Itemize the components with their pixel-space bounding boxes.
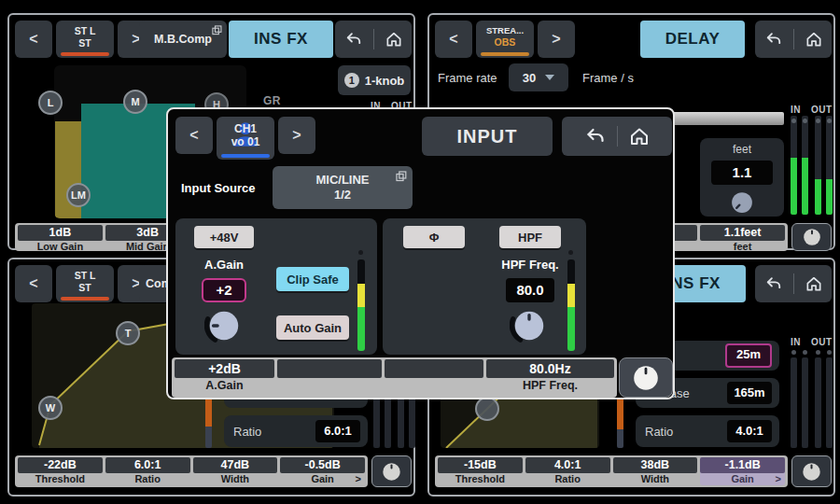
channel-select-button[interactable]: ST L ST	[56, 265, 114, 302]
ratio-row[interactable]: Ratio 6.0:1	[224, 415, 368, 447]
one-knob-label: 1-knob	[365, 74, 405, 88]
band-marker-label: LM	[71, 189, 86, 201]
back-icon[interactable]	[584, 125, 607, 147]
meter-in-l	[791, 116, 797, 215]
footer-knob-button[interactable]	[619, 357, 673, 398]
marker-label: W	[46, 402, 55, 413]
footer-cell[interactable]: 38dBWidth	[613, 457, 698, 485]
footer-cell[interactable]: 80.0HzHPF Freq.	[486, 359, 614, 396]
channel-select-button[interactable]: ST L ST	[56, 21, 114, 58]
phantom-48v-button[interactable]: +48V	[194, 226, 254, 248]
next-channel-button[interactable]: >	[278, 117, 315, 154]
footer-cell[interactable]: 1.1feetfeet	[700, 225, 785, 249]
width-marker[interactable]: W	[38, 396, 63, 420]
ratio-value: 6.0:1	[315, 420, 360, 442]
channel-select-button[interactable]: STREA... OBS	[476, 21, 534, 58]
threshold-marker[interactable]: T	[116, 321, 140, 345]
clip-safe-button[interactable]: Clip Safe	[276, 267, 349, 291]
channel-underline	[61, 52, 109, 56]
nav-group	[562, 117, 672, 156]
prev-channel-button[interactable]: <	[15, 265, 52, 302]
band-marker-m[interactable]: M	[123, 90, 147, 114]
footer-cell[interactable]: 6.0:1Ratio	[105, 457, 190, 485]
footer-value: 80.0Hz	[486, 359, 614, 378]
footer-label: HPF Freq.	[486, 378, 614, 396]
input-source-button[interactable]: MIC/LINE 1/2	[273, 166, 413, 209]
footer-bar: +2dBA.Gain 80.0HzHPF Freq.	[172, 357, 617, 398]
channel-sub: OBS	[495, 36, 516, 48]
hpf-label: HPF	[518, 231, 542, 245]
prev-channel-button[interactable]: <	[435, 21, 472, 58]
next-channel-button[interactable]: >	[538, 21, 575, 58]
band-marker-label: M	[131, 96, 139, 107]
channel-underline	[61, 297, 109, 301]
again-knob[interactable]	[204, 306, 244, 345]
mixer-screen: < ST L ST > M.B.Comp INS FX L M H LM GR …	[0, 0, 840, 504]
hpf-knob[interactable]	[510, 306, 549, 345]
back-icon[interactable]	[764, 30, 783, 49]
footer-value: 1dB	[18, 225, 103, 241]
back-icon[interactable]	[764, 274, 783, 293]
curve-marker[interactable]	[475, 397, 499, 421]
footer-knob-button[interactable]	[791, 455, 832, 487]
channel-underline	[481, 52, 529, 56]
footer-cell-gain-selected[interactable]: -1.1dBGain>	[700, 457, 785, 485]
prev-arrow-icon: <	[189, 127, 198, 144]
back-icon[interactable]	[344, 30, 363, 49]
frame-rate-dropdown[interactable]: 30	[509, 63, 568, 91]
footer-cell[interactable]: -15dBThreshold	[438, 457, 523, 485]
home-icon[interactable]	[805, 274, 823, 293]
delay-value-box: feet 1.1	[700, 138, 784, 217]
meter-in-l	[791, 357, 797, 448]
footer-knob-button[interactable]	[791, 223, 832, 251]
channel-select-button[interactable]: CH1 vo 01	[217, 117, 274, 160]
footer-value: -1.1dB	[700, 457, 785, 473]
footer-cell[interactable]	[277, 359, 382, 396]
footer-cell[interactable]: 47dBWidth	[193, 457, 278, 485]
footer-label-text: Gain	[311, 473, 333, 484]
band-marker-lm[interactable]: LM	[66, 183, 91, 207]
prev-arrow-icon: <	[449, 31, 457, 48]
meter-out-l	[815, 116, 821, 215]
again-value[interactable]: +2	[202, 278, 246, 302]
footer-cell[interactable]: +2dBA.Gain	[175, 359, 274, 396]
chevron-right-icon: >	[356, 473, 361, 485]
meter-out-r	[826, 357, 833, 448]
footer-cell[interactable]: 1dBLow Gain	[18, 225, 103, 249]
band-marker-l[interactable]: L	[38, 91, 63, 115]
peak-dot	[816, 350, 820, 355]
peak-dot	[791, 350, 796, 355]
knob-icon	[800, 460, 823, 483]
footer-cell[interactable]: 4.0:1Ratio	[525, 457, 610, 485]
footer-cell[interactable]	[385, 359, 483, 396]
ratio-row[interactable]: Ratio 4.0:1	[636, 415, 779, 447]
delay-knob[interactable]	[728, 189, 756, 217]
footer-cell[interactable]: -22dBThreshold	[18, 457, 103, 485]
home-icon[interactable]	[805, 30, 823, 49]
hpf-freq-label: HPF Freq.	[493, 258, 567, 272]
prev-channel-button[interactable]: <	[15, 21, 52, 58]
phase-button[interactable]: Φ	[403, 226, 465, 248]
one-badge: 1	[344, 73, 359, 88]
insert-name-button[interactable]: M.B.Comp	[139, 21, 227, 58]
footer-cell-gain[interactable]: -0.5dBGain>	[280, 457, 365, 485]
input-level-meter	[567, 259, 575, 351]
divider	[793, 273, 794, 294]
home-icon[interactable]	[385, 30, 403, 49]
auto-gain-button[interactable]: Auto Gain	[276, 315, 349, 340]
input-level-meter	[357, 259, 365, 351]
hpf-button[interactable]: HPF	[499, 226, 561, 248]
footer-value: -22dB	[18, 457, 103, 473]
channel-name: STREA...	[486, 26, 524, 36]
hpf-freq-value[interactable]: 80.0	[506, 278, 554, 302]
page-title-insfx: INS FX	[229, 21, 333, 58]
next-arrow-icon: >	[552, 31, 560, 48]
footer-label: A.Gain	[175, 378, 274, 396]
delay-value[interactable]: 1.1	[711, 161, 773, 185]
home-icon[interactable]	[628, 125, 651, 147]
prev-channel-button[interactable]: <	[175, 117, 213, 154]
nav-group	[755, 265, 832, 302]
footer-knob-button[interactable]	[371, 455, 412, 487]
one-knob-button[interactable]: 1 1-knob	[338, 65, 411, 95]
channel-sub: ST	[78, 282, 91, 293]
